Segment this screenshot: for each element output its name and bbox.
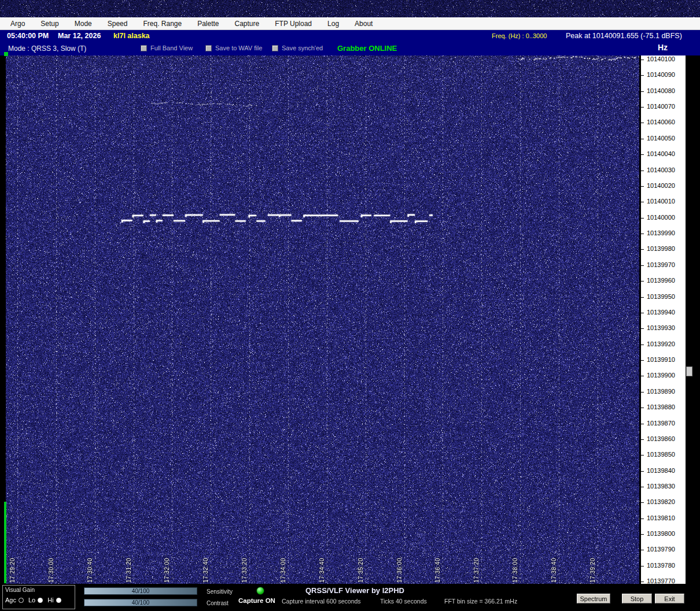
time-label: 17:35:20 [358,558,364,583]
menu-bar: ArgoSetupModeSpeedFreq. RangePaletteCapt… [0,17,700,30]
contrast-slider[interactable]: 40/100 [84,599,197,606]
checkbox-full-band-view[interactable] [141,45,147,51]
capture-progress-bar [4,502,6,583]
freq-scale-label: 10139970 [647,261,675,269]
gain-radio-label: Hi [47,597,53,603]
stop-button[interactable]: Stop [622,594,652,603]
freq-tick [641,60,644,60]
mode-label: Mode : QRSS 3, Slow (T) [8,45,86,53]
time-label: 17:39:20 [590,558,596,583]
menu-item-log[interactable]: Log [327,20,339,28]
menu-item-setup[interactable]: Setup [40,20,58,28]
menu-item-freq-range[interactable]: Freq. Range [143,20,182,28]
menu-item-argo[interactable]: Argo [10,20,25,28]
freq-scale-label: 10139880 [647,403,675,412]
freq-scale-label: 10139870 [647,420,675,428]
freq-tick [641,281,644,282]
freq-scale-label: 10139950 [647,293,675,301]
checkbox-label: Full Band View [150,45,193,51]
freq-scale-label: 10139780 [647,562,675,570]
freq-tick [641,376,644,376]
time-label: 17:38:40 [551,558,557,583]
gain-radio-label: Agc [5,597,16,603]
freq-scale-label: 10139860 [647,435,675,443]
freq-tick [641,328,644,329]
mode-bar: Mode : QRSS 3, Slow (T) Grabber ONLINE H… [0,42,700,55]
time-label: 17:34:00 [280,558,286,583]
menu-item-about[interactable]: About [355,20,373,28]
freq-scale-label: 10140100 [647,55,675,64]
freq-scale-label: 10139830 [647,483,675,491]
visual-gain-panel: Visual Gain AgcLoHi [2,585,75,609]
checkbox-group-full-band-view: Full Band View [141,45,193,51]
freq-scale-label: 10139940 [647,309,675,317]
freq-tick [641,519,644,519]
freq-tick [641,218,644,219]
freq-tick [641,502,644,503]
freq-tick [641,202,644,202]
time-label: 17:38:00 [512,558,518,583]
gain-radio-hi[interactable]: Hi [47,597,61,603]
freq-scale-label: 10140020 [647,182,675,190]
capture-status: Capture ON [238,597,275,604]
time-label: 17:36:40 [434,558,441,583]
contrast-label: Contrast [207,600,229,606]
menu-item-mode[interactable]: Mode [75,20,92,28]
radio-dot[interactable] [19,598,24,603]
freq-scale-label: 10139990 [647,229,675,238]
checkbox-group-save-synch-ed: Save synch'ed [272,45,323,51]
radio-dot[interactable] [56,598,61,603]
checkbox-group-save-to-wav-file: Save to WAV file [205,45,262,51]
freq-scale-label: 10139810 [647,514,675,523]
waterfall-canvas [6,55,639,584]
status-bar: 05:40:00 PM Mar 12, 2026 kl7l alaska Fre… [0,30,700,42]
waterfall-display: 17:29:2017:30:0017:30:4017:31:2017:32:00… [6,55,639,584]
freq-tick [641,534,644,535]
exit-button[interactable]: Exit [655,594,684,603]
control-bar: Visual Gain AgcLoHi 40/100 40/100 Sensit… [0,584,700,611]
freq-tick [641,75,644,76]
capture-indicator-dot [4,52,8,56]
peak-readout: Peak at 10140091.655 (-75.1 dBFS) [566,32,682,40]
sensitivity-value: 40/100 [132,588,150,594]
freq-tick [641,487,644,487]
freq-tick [641,123,644,123]
freq-scale-label: 10140030 [647,166,675,175]
freq-scale-label: 10139910 [647,356,675,364]
freq-tick [641,424,644,424]
freq-range-label: Freq. (Hz) : 0..3000 [492,32,547,39]
freq-scale-label: 10139920 [647,340,675,349]
freq-tick [641,392,644,392]
app-title: QRSS/VLF Viewer by I2PHD [305,586,404,595]
grabber-status: Grabber ONLINE [337,44,397,53]
radio-dot[interactable] [38,598,43,603]
checkbox-save-to-wav-file[interactable] [205,45,212,51]
gain-radio-agc[interactable]: Agc [5,597,24,603]
freq-tick [641,408,644,408]
freq-scale-label: 10140010 [647,198,675,206]
gain-radio-lo[interactable]: Lo [28,597,43,603]
time-label: 17:32:40 [202,558,209,583]
capture-interval-label: Capture interval 600 seconds [282,598,361,605]
freq-scale-label: 10140090 [647,71,675,79]
spectrum-button[interactable]: Spectrum [577,594,610,603]
freq-scale-label: 10139900 [647,372,675,380]
menu-item-palette[interactable]: Palette [197,20,219,28]
time-label: 17:33:20 [241,558,248,583]
freq-scale-label: 10139790 [647,546,675,554]
freq-scale-label: 10140060 [647,119,675,127]
time-label: 17:34:40 [319,558,325,583]
time-label: 17:37:20 [473,558,480,583]
freq-scale-label: 10139930 [647,324,675,332]
freq-tick [641,582,644,582]
freq-tick [641,139,644,139]
menu-item-ftp-upload[interactable]: FTP Upload [275,20,312,28]
callsign: kl7l alaska [113,32,150,40]
menu-item-capture[interactable]: Capture [235,20,260,28]
menu-item-speed[interactable]: Speed [108,20,128,28]
time-label: 17:32:00 [164,558,170,583]
scrollbar-thumb[interactable] [686,366,692,376]
freq-tick [641,249,644,250]
checkbox-save-synch-ed[interactable] [272,45,278,51]
sensitivity-slider[interactable]: 40/100 [84,587,197,595]
